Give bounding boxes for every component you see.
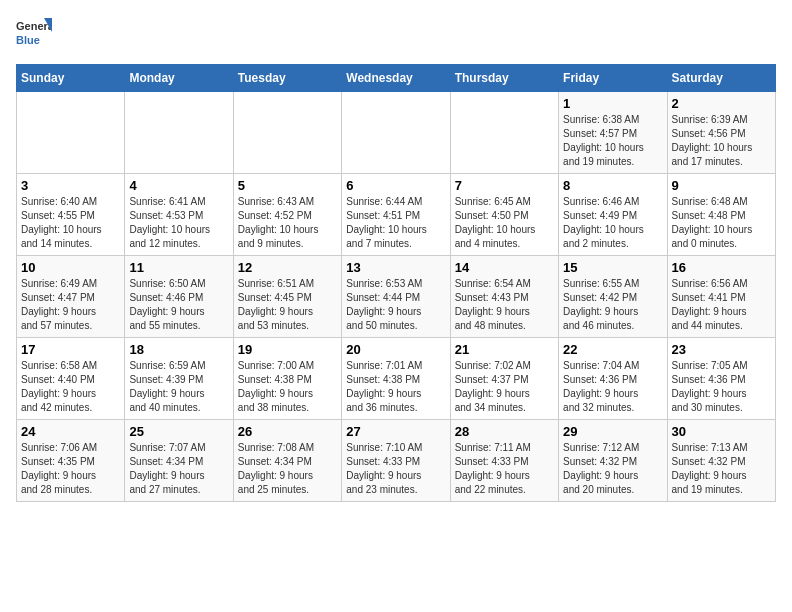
day-number: 19 <box>238 342 337 357</box>
day-info: Sunrise: 6:50 AM Sunset: 4:46 PM Dayligh… <box>129 277 228 333</box>
day-number: 3 <box>21 178 120 193</box>
day-info: Sunrise: 6:43 AM Sunset: 4:52 PM Dayligh… <box>238 195 337 251</box>
weekday-header-row: SundayMondayTuesdayWednesdayThursdayFrid… <box>17 65 776 92</box>
calendar-cell: 16Sunrise: 6:56 AM Sunset: 4:41 PM Dayli… <box>667 256 775 338</box>
weekday-header-tuesday: Tuesday <box>233 65 341 92</box>
calendar-body: 1Sunrise: 6:38 AM Sunset: 4:57 PM Daylig… <box>17 92 776 502</box>
weekday-header-friday: Friday <box>559 65 667 92</box>
calendar-cell: 19Sunrise: 7:00 AM Sunset: 4:38 PM Dayli… <box>233 338 341 420</box>
weekday-header-monday: Monday <box>125 65 233 92</box>
weekday-header-sunday: Sunday <box>17 65 125 92</box>
day-info: Sunrise: 6:59 AM Sunset: 4:39 PM Dayligh… <box>129 359 228 415</box>
day-info: Sunrise: 7:10 AM Sunset: 4:33 PM Dayligh… <box>346 441 445 497</box>
calendar-week-3: 17Sunrise: 6:58 AM Sunset: 4:40 PM Dayli… <box>17 338 776 420</box>
calendar-cell: 3Sunrise: 6:40 AM Sunset: 4:55 PM Daylig… <box>17 174 125 256</box>
day-number: 18 <box>129 342 228 357</box>
day-number: 11 <box>129 260 228 275</box>
calendar-cell: 27Sunrise: 7:10 AM Sunset: 4:33 PM Dayli… <box>342 420 450 502</box>
day-number: 17 <box>21 342 120 357</box>
calendar-cell: 26Sunrise: 7:08 AM Sunset: 4:34 PM Dayli… <box>233 420 341 502</box>
day-number: 26 <box>238 424 337 439</box>
day-info: Sunrise: 7:01 AM Sunset: 4:38 PM Dayligh… <box>346 359 445 415</box>
calendar-cell: 4Sunrise: 6:41 AM Sunset: 4:53 PM Daylig… <box>125 174 233 256</box>
day-number: 2 <box>672 96 771 111</box>
calendar-cell <box>125 92 233 174</box>
day-number: 25 <box>129 424 228 439</box>
day-number: 14 <box>455 260 554 275</box>
day-info: Sunrise: 7:00 AM Sunset: 4:38 PM Dayligh… <box>238 359 337 415</box>
day-number: 12 <box>238 260 337 275</box>
day-info: Sunrise: 6:48 AM Sunset: 4:48 PM Dayligh… <box>672 195 771 251</box>
calendar-cell <box>233 92 341 174</box>
calendar-cell: 11Sunrise: 6:50 AM Sunset: 4:46 PM Dayli… <box>125 256 233 338</box>
day-number: 30 <box>672 424 771 439</box>
logo-svg: General Blue <box>16 16 52 52</box>
day-number: 16 <box>672 260 771 275</box>
calendar-cell: 7Sunrise: 6:45 AM Sunset: 4:50 PM Daylig… <box>450 174 558 256</box>
day-info: Sunrise: 7:11 AM Sunset: 4:33 PM Dayligh… <box>455 441 554 497</box>
calendar-cell: 14Sunrise: 6:54 AM Sunset: 4:43 PM Dayli… <box>450 256 558 338</box>
svg-text:Blue: Blue <box>16 34 40 46</box>
day-number: 21 <box>455 342 554 357</box>
calendar-cell: 12Sunrise: 6:51 AM Sunset: 4:45 PM Dayli… <box>233 256 341 338</box>
day-number: 1 <box>563 96 662 111</box>
logo: General Blue <box>16 16 52 52</box>
day-number: 4 <box>129 178 228 193</box>
day-info: Sunrise: 7:06 AM Sunset: 4:35 PM Dayligh… <box>21 441 120 497</box>
calendar-cell: 21Sunrise: 7:02 AM Sunset: 4:37 PM Dayli… <box>450 338 558 420</box>
weekday-header-wednesday: Wednesday <box>342 65 450 92</box>
calendar-cell: 1Sunrise: 6:38 AM Sunset: 4:57 PM Daylig… <box>559 92 667 174</box>
header: General Blue <box>16 16 776 52</box>
calendar-cell: 22Sunrise: 7:04 AM Sunset: 4:36 PM Dayli… <box>559 338 667 420</box>
calendar-cell: 20Sunrise: 7:01 AM Sunset: 4:38 PM Dayli… <box>342 338 450 420</box>
day-number: 10 <box>21 260 120 275</box>
calendar-week-4: 24Sunrise: 7:06 AM Sunset: 4:35 PM Dayli… <box>17 420 776 502</box>
day-info: Sunrise: 7:07 AM Sunset: 4:34 PM Dayligh… <box>129 441 228 497</box>
day-info: Sunrise: 6:45 AM Sunset: 4:50 PM Dayligh… <box>455 195 554 251</box>
day-info: Sunrise: 6:58 AM Sunset: 4:40 PM Dayligh… <box>21 359 120 415</box>
weekday-header-thursday: Thursday <box>450 65 558 92</box>
calendar-cell: 25Sunrise: 7:07 AM Sunset: 4:34 PM Dayli… <box>125 420 233 502</box>
day-number: 15 <box>563 260 662 275</box>
calendar-cell: 15Sunrise: 6:55 AM Sunset: 4:42 PM Dayli… <box>559 256 667 338</box>
day-info: Sunrise: 7:13 AM Sunset: 4:32 PM Dayligh… <box>672 441 771 497</box>
day-number: 13 <box>346 260 445 275</box>
calendar-cell: 5Sunrise: 6:43 AM Sunset: 4:52 PM Daylig… <box>233 174 341 256</box>
day-info: Sunrise: 6:56 AM Sunset: 4:41 PM Dayligh… <box>672 277 771 333</box>
day-number: 20 <box>346 342 445 357</box>
calendar-cell: 24Sunrise: 7:06 AM Sunset: 4:35 PM Dayli… <box>17 420 125 502</box>
calendar-cell: 17Sunrise: 6:58 AM Sunset: 4:40 PM Dayli… <box>17 338 125 420</box>
calendar-week-0: 1Sunrise: 6:38 AM Sunset: 4:57 PM Daylig… <box>17 92 776 174</box>
day-number: 8 <box>563 178 662 193</box>
day-info: Sunrise: 7:08 AM Sunset: 4:34 PM Dayligh… <box>238 441 337 497</box>
day-info: Sunrise: 6:51 AM Sunset: 4:45 PM Dayligh… <box>238 277 337 333</box>
calendar-cell <box>450 92 558 174</box>
calendar-cell: 13Sunrise: 6:53 AM Sunset: 4:44 PM Dayli… <box>342 256 450 338</box>
day-number: 23 <box>672 342 771 357</box>
day-info: Sunrise: 6:46 AM Sunset: 4:49 PM Dayligh… <box>563 195 662 251</box>
calendar-week-2: 10Sunrise: 6:49 AM Sunset: 4:47 PM Dayli… <box>17 256 776 338</box>
day-info: Sunrise: 6:53 AM Sunset: 4:44 PM Dayligh… <box>346 277 445 333</box>
day-info: Sunrise: 6:41 AM Sunset: 4:53 PM Dayligh… <box>129 195 228 251</box>
calendar-cell: 30Sunrise: 7:13 AM Sunset: 4:32 PM Dayli… <box>667 420 775 502</box>
day-number: 27 <box>346 424 445 439</box>
day-info: Sunrise: 6:54 AM Sunset: 4:43 PM Dayligh… <box>455 277 554 333</box>
calendar-cell <box>17 92 125 174</box>
day-info: Sunrise: 7:12 AM Sunset: 4:32 PM Dayligh… <box>563 441 662 497</box>
day-number: 24 <box>21 424 120 439</box>
day-number: 22 <box>563 342 662 357</box>
calendar-week-1: 3Sunrise: 6:40 AM Sunset: 4:55 PM Daylig… <box>17 174 776 256</box>
day-info: Sunrise: 6:40 AM Sunset: 4:55 PM Dayligh… <box>21 195 120 251</box>
calendar-cell: 8Sunrise: 6:46 AM Sunset: 4:49 PM Daylig… <box>559 174 667 256</box>
calendar-cell: 6Sunrise: 6:44 AM Sunset: 4:51 PM Daylig… <box>342 174 450 256</box>
day-number: 28 <box>455 424 554 439</box>
day-info: Sunrise: 6:39 AM Sunset: 4:56 PM Dayligh… <box>672 113 771 169</box>
calendar-cell <box>342 92 450 174</box>
day-number: 9 <box>672 178 771 193</box>
day-number: 7 <box>455 178 554 193</box>
calendar-cell: 9Sunrise: 6:48 AM Sunset: 4:48 PM Daylig… <box>667 174 775 256</box>
calendar-cell: 28Sunrise: 7:11 AM Sunset: 4:33 PM Dayli… <box>450 420 558 502</box>
calendar-table: SundayMondayTuesdayWednesdayThursdayFrid… <box>16 64 776 502</box>
day-info: Sunrise: 6:44 AM Sunset: 4:51 PM Dayligh… <box>346 195 445 251</box>
day-info: Sunrise: 6:38 AM Sunset: 4:57 PM Dayligh… <box>563 113 662 169</box>
